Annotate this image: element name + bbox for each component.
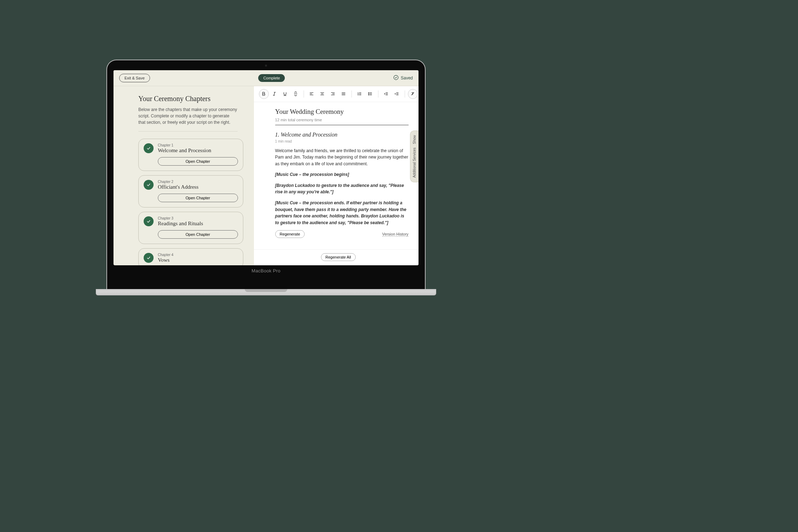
chapter-number: Chapter 4 xyxy=(158,253,173,257)
complete-button[interactable]: Complete xyxy=(258,74,285,82)
check-icon xyxy=(144,143,154,153)
outdent-button[interactable] xyxy=(392,89,402,99)
additional-services-tab[interactable]: Show Additional Services xyxy=(410,131,419,182)
document-area[interactable]: Your Wedding Ceremony 12 min total cerem… xyxy=(254,102,419,249)
align-right-button[interactable] xyxy=(328,89,338,99)
document-meta: 12 min total ceremony time xyxy=(275,118,409,122)
unordered-list-button[interactable] xyxy=(365,89,375,99)
side-tab-show: Show xyxy=(412,135,416,144)
chapter-card: Chapter 4 Vows xyxy=(138,248,243,265)
align-justify-button[interactable] xyxy=(339,89,349,99)
check-icon xyxy=(144,216,154,226)
section-actions: Regenerate Version History xyxy=(275,230,409,238)
toolbar-separator xyxy=(405,90,405,98)
main-body: Your Ceremony Chapters Below are the cha… xyxy=(113,86,419,265)
cue-paragraph[interactable]: [Braydon Luckadoo to gesture to the audi… xyxy=(275,182,409,195)
page-title: Your Ceremony Chapters xyxy=(138,95,243,103)
chapters-panel: Your Ceremony Chapters Below are the cha… xyxy=(113,86,254,265)
toolbar-separator xyxy=(304,90,304,98)
align-left-button[interactable] xyxy=(307,89,317,99)
page-subtitle: Below are the chapters that make up your… xyxy=(138,106,238,132)
camera-dot xyxy=(265,65,267,67)
section-heading: 1. Welcome and Procession xyxy=(275,132,409,138)
chapter-head: Chapter 4 Vows xyxy=(144,253,238,263)
chapter-title: Readings and Rituals xyxy=(158,221,203,227)
chapter-card: Chapter 3 Readings and Rituals Open Chap… xyxy=(138,212,243,244)
svg-point-0 xyxy=(394,75,398,80)
underline-button[interactable] xyxy=(280,89,290,99)
chapter-head: Chapter 3 Readings and Rituals xyxy=(144,216,238,227)
chapter-meta: Chapter 2 Officiant's Address xyxy=(158,180,199,190)
side-tab-label: Additional Services xyxy=(412,148,416,178)
open-chapter-button[interactable]: Open Chapter xyxy=(158,194,238,202)
italic-button[interactable] xyxy=(270,89,279,99)
version-history-link[interactable]: Version History xyxy=(382,232,409,237)
saved-label: Saved xyxy=(401,76,413,81)
saved-indicator: Saved xyxy=(393,75,413,81)
editor-panel: 123 Your Wedding Ceremony 12 min total c… xyxy=(254,86,419,265)
read-time: 1 min read xyxy=(275,139,409,143)
align-center-button[interactable] xyxy=(317,89,327,99)
chapter-card: Chapter 2 Officiant's Address Open Chapt… xyxy=(138,175,243,207)
chapter-head: Chapter 2 Officiant's Address xyxy=(144,180,238,190)
app-screen: Exit & Save Complete Saved Your Ceremony… xyxy=(113,70,419,265)
chapter-list: Chapter 1 Welcome and Procession Open Ch… xyxy=(138,139,243,265)
chapter-number: Chapter 2 xyxy=(158,180,199,184)
cue-paragraph[interactable]: [Music Cue – the procession begins] xyxy=(275,171,409,178)
chapter-title: Officiant's Address xyxy=(158,184,199,190)
section-number: 1. xyxy=(275,132,279,138)
clear-formatting-button[interactable] xyxy=(408,89,418,99)
chapter-card: Chapter 1 Welcome and Procession Open Ch… xyxy=(138,139,243,171)
svg-text:3: 3 xyxy=(358,94,359,96)
section-title: Welcome and Procession xyxy=(281,132,338,138)
chapter-number: Chapter 1 xyxy=(158,143,211,147)
chapter-meta: Chapter 4 Vows xyxy=(158,253,173,263)
check-icon xyxy=(144,253,154,263)
chapter-head: Chapter 1 Welcome and Procession xyxy=(144,143,238,154)
check-circle-icon xyxy=(393,75,399,81)
regenerate-all-button[interactable]: Regenerate All xyxy=(321,253,356,261)
ordered-list-button[interactable]: 123 xyxy=(355,89,365,99)
chapter-meta: Chapter 1 Welcome and Procession xyxy=(158,143,211,154)
check-icon xyxy=(144,180,154,190)
chapter-number: Chapter 3 xyxy=(158,216,203,220)
title-rule xyxy=(275,125,409,125)
chapter-title: Vows xyxy=(158,257,173,263)
laptop-mockup: Exit & Save Complete Saved Your Ceremony… xyxy=(106,60,426,295)
laptop-deck xyxy=(96,289,436,295)
regenerate-button[interactable]: Regenerate xyxy=(275,230,305,238)
chapter-title: Welcome and Procession xyxy=(158,148,211,154)
indent-button[interactable] xyxy=(381,89,391,99)
cue-paragraph[interactable]: [Music Cue – the procession ends. If eit… xyxy=(275,200,409,226)
svg-line-1 xyxy=(274,92,275,95)
toolbar-separator xyxy=(351,90,352,98)
device-label: MacBook Pro xyxy=(113,265,419,277)
svg-point-26 xyxy=(368,95,369,95)
strikethrough-button[interactable] xyxy=(291,89,301,99)
open-chapter-button[interactable]: Open Chapter xyxy=(158,230,238,239)
screen-bezel: Exit & Save Complete Saved Your Ceremony… xyxy=(106,60,426,289)
bold-button[interactable] xyxy=(259,89,269,99)
document-title: Your Wedding Ceremony xyxy=(275,108,409,116)
toolbar-separator xyxy=(378,90,378,98)
open-chapter-button[interactable]: Open Chapter xyxy=(158,157,238,166)
chapter-meta: Chapter 3 Readings and Rituals xyxy=(158,216,203,227)
paragraph[interactable]: Welcome family and friends, we are thril… xyxy=(275,148,409,167)
topbar: Exit & Save Complete Saved xyxy=(113,70,419,86)
svg-point-25 xyxy=(368,94,369,94)
editor-footer: Regenerate All xyxy=(254,249,419,265)
exit-save-button[interactable]: Exit & Save xyxy=(119,74,150,82)
editor-toolbar: 123 xyxy=(254,86,419,102)
svg-point-24 xyxy=(368,93,369,93)
